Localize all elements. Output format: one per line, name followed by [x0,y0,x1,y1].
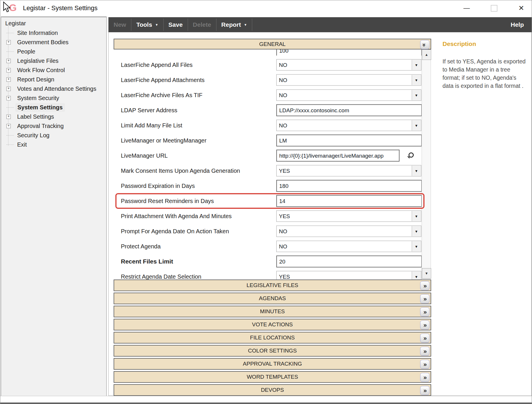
sidebar-item-report-design[interactable]: + Report Design [1,75,106,84]
expand-section-button[interactable]: » [420,307,429,316]
expand-plus-icon[interactable]: + [6,40,11,45]
sidebar-item-label-settings[interactable]: + Label Settings [1,112,106,121]
dropdown-limit-add-many-file-list[interactable]: NO ▼ [276,120,421,131]
expand-plus-icon[interactable]: + [6,77,11,82]
maximize-button[interactable] [489,4,499,13]
field-label: LDAP Server Address [114,107,177,114]
expand-plus-icon[interactable]: + [6,96,11,100]
tree-item-label: Work Flow Control [16,67,66,74]
dropdown-arrow-button[interactable]: ▼ [412,226,421,236]
section-header-vote-actions[interactable]: VOTE ACTIONS » [114,319,431,330]
dropdown-arrow-button[interactable]: ▼ [412,75,421,85]
field-row-limit-add-many-file-list: Limit Add Many File List NO ▼ [114,118,422,133]
expand-section-button[interactable]: » [420,294,429,303]
tree-item-label: Report Design [16,76,56,83]
sidebar-item-legislative-files[interactable]: + Legislative Files [1,56,106,65]
collapse-section-button[interactable]: » [420,40,429,49]
text-input-password-expiration-in-days[interactable]: 180 [276,180,422,192]
sidebar-item-system-security[interactable]: + System Security [1,93,106,103]
double-chevron-icon: » [422,43,428,46]
window-title: Legistar - System Settings [23,4,98,12]
section-header-color-settings[interactable]: COLOR SETTINGS » [114,345,431,357]
expand-plus-icon[interactable]: + [6,68,11,72]
expand-section-button[interactable]: » [420,281,429,290]
expand-section-button[interactable]: » [420,360,429,369]
expand-section-button[interactable]: » [420,321,429,330]
help-button[interactable]: Help [503,17,531,32]
dropdown-arrow-button[interactable]: ▼ [412,90,421,100]
tree-stub-line [6,51,14,52]
text-input-password-reset-reminders-in-days[interactable]: 14 [276,195,422,207]
search-icon[interactable] [406,152,414,159]
section-header-devops[interactable]: DEVOPS » [114,384,431,396]
expand-plus-icon[interactable]: + [6,115,11,119]
section-row: DEVOPS » [114,384,431,396]
section-header-agendas[interactable]: AGENDAS » [114,293,431,304]
section-general-label: GENERAL [259,41,286,47]
dropdown-prompt-for-agenda-date-on-action-taken[interactable]: NO ▼ [276,226,421,237]
section-header-file-locations[interactable]: FILE LOCATIONS » [114,332,431,344]
field-label: Password Expiration in Days [114,183,195,189]
minimize-button[interactable]: — [462,4,472,13]
sidebar-item-votes-and-attendance-settings[interactable]: + Votes and Attendance Settings [1,84,106,93]
sidebar-item-exit[interactable]: Exit [1,140,106,149]
sidebar-item-system-settings[interactable]: System Settings [1,103,106,112]
expand-section-button[interactable]: » [420,334,429,343]
dropdown-arrow-button[interactable]: ▼ [412,166,421,176]
dropdown-laserfiche-append-all-files[interactable]: NO ▼ [276,59,421,71]
dropdown-arrow-button[interactable]: ▼ [412,60,421,70]
dropdown-arrow-button[interactable]: ▼ [412,120,421,131]
dropdown-arrow-button[interactable]: ▼ [412,241,421,252]
section-label: MINUTES [260,308,285,315]
report-button[interactable]: Report▼ [216,17,252,32]
expand-section-button[interactable]: » [420,347,429,356]
section-row: AGENDAS » [114,293,431,304]
section-row: WORD TEMPLATES » [114,371,431,383]
section-header-word-templates[interactable]: WORD TEMPLATES » [114,371,431,383]
expand-plus-icon[interactable]: + [6,87,11,91]
dropdown-arrow-button[interactable]: ▼ [412,211,421,221]
field-value: LM [279,137,287,144]
close-button[interactable]: ✕ [516,4,526,13]
dropdown-print-attachment-with-agenda-and-minutes[interactable]: YES ▼ [276,211,421,222]
sidebar-item-site-information[interactable]: Site Information [1,28,106,38]
scroll-up-button[interactable]: ▲ [422,49,431,60]
sidebar-item-security-log[interactable]: Security Log [1,131,106,140]
dropdown-laserfiche-append-attachments[interactable]: NO ▼ [276,74,421,86]
expand-section-button[interactable]: » [420,373,429,382]
toolbar-spacer [252,17,503,32]
sidebar-item-people[interactable]: People [1,47,106,56]
double-chevron-right-icon: » [423,361,426,368]
section-header-general[interactable]: GENERAL » [114,39,431,49]
field-row-livemanager-url: LiveManager URL http://{0}:{1}/livemanag… [114,148,422,163]
save-button[interactable]: Save [164,17,188,32]
sidebar-item-work-flow-control[interactable]: + Work Flow Control [1,65,106,75]
text-input-livemanager-or-meetingmanager[interactable]: LM [276,135,422,147]
vertical-scrollbar[interactable]: ▲ ▼ [422,49,431,279]
field-label: Limit Add Many File List [114,122,182,129]
scroll-down-button[interactable]: ▼ [422,268,431,279]
navigation-sidebar: Legistar Site Information + Government B… [1,17,107,401]
expand-section-button[interactable]: » [420,386,429,395]
dropdown-mark-consent-items-upon-agenda-generation[interactable]: YES ▼ [276,165,421,177]
dropdown-protect-agenda[interactable]: NO ▼ [276,241,421,252]
text-input-livemanager-url[interactable]: http://{0}:{1}/livemanager/LiveManager.a… [276,150,400,162]
tree-connector: + [1,121,16,131]
section-header-approval-tracking[interactable]: APPROVAL TRACKING » [114,358,431,370]
expand-plus-icon[interactable]: + [6,59,11,63]
section-label: LEGISLATIVE FILES [246,282,298,289]
tools-button[interactable]: Tools▼ [131,17,163,32]
expand-plus-icon[interactable]: + [6,124,11,128]
text-input-recent-files-limit[interactable]: 20 [276,256,422,268]
field-label: LiveManager URL [114,152,168,159]
clipped-text-input[interactable]: 100 [276,49,422,56]
section-header-minutes[interactable]: MINUTES » [114,306,431,317]
tree-stub-line [6,107,14,108]
section-header-legislative-files[interactable]: LEGISLATIVE FILES » [114,280,431,291]
sidebar-item-government-bodies[interactable]: + Government Bodies [1,38,106,47]
section-row: VOTE ACTIONS » [114,319,431,330]
text-input-ldap-server-address[interactable]: LDAP://xxxx.contosoinc.com [276,104,422,116]
dropdown-laserfiche-archive-files-as-tif[interactable]: NO ▼ [276,90,421,101]
tree-connector [1,47,16,56]
sidebar-item-approval-tracking[interactable]: + Approval Tracking [1,121,106,131]
